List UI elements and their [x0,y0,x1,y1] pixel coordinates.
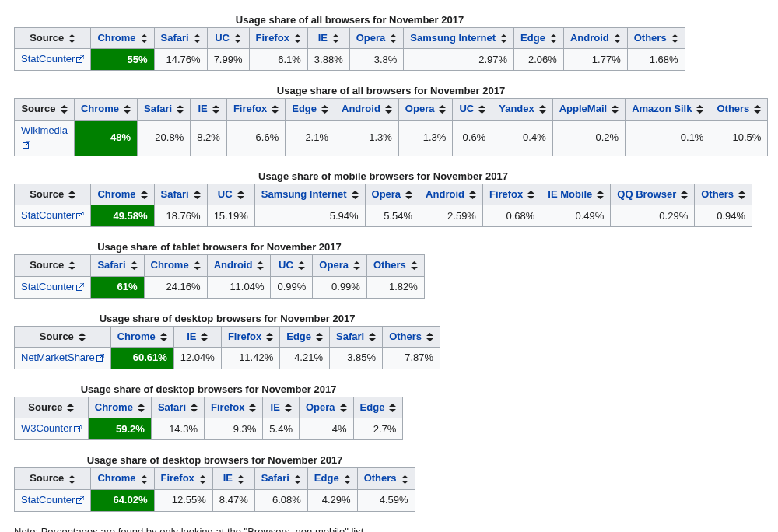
col-link[interactable]: Others [389,331,422,342]
col-header[interactable]: Others [383,326,440,347]
col-header[interactable]: Amazon Silk [626,99,710,120]
col-link[interactable]: Firefox [211,401,244,413]
col-header[interactable]: Opera [349,28,404,49]
col-header[interactable]: UC [207,184,254,205]
sort-icon[interactable] [401,475,408,484]
col-link[interactable]: Chrome [97,32,135,44]
source-link[interactable]: StatCounter [21,53,75,65]
col-link[interactable]: Others [364,472,397,484]
sort-icon[interactable] [352,191,359,199]
source-link[interactable]: W3Counter [21,422,72,434]
sort-icon[interactable] [426,333,433,341]
col-link[interactable]: Edge [292,103,317,114]
sort-icon[interactable] [234,34,241,43]
col-source[interactable]: Source [15,468,91,489]
col-header[interactable]: Chrome [91,184,154,205]
sort-icon[interactable] [500,34,507,43]
col-header[interactable]: QQ Browser [611,184,695,205]
sort-icon[interactable] [61,105,68,114]
sort-icon[interactable] [266,333,273,341]
col-link[interactable]: Chrome [97,472,135,484]
col-link[interactable]: Samsung Internet [410,32,496,44]
col-header[interactable]: Safari [330,326,383,347]
col-link[interactable]: Safari [161,188,189,200]
col-link[interactable]: Safari [97,259,125,271]
sort-icon[interactable] [237,475,244,484]
sort-icon[interactable] [321,105,328,114]
col-link[interactable]: Android [570,32,609,44]
sort-icon[interactable] [67,404,74,412]
col-link[interactable]: Others [717,103,749,114]
col-link[interactable]: Android [342,103,380,114]
sort-icon[interactable] [201,333,208,341]
col-header[interactable]: Firefox [482,184,541,205]
col-link[interactable]: Opera [405,103,435,114]
col-link[interactable]: IE Mobile [548,188,592,200]
col-link[interactable]: Firefox [256,32,289,44]
sort-icon[interactable] [141,34,148,43]
col-source[interactable]: Source [15,397,89,418]
col-header[interactable]: Firefox [249,28,307,49]
sort-icon[interactable] [141,475,148,484]
col-header[interactable]: AppleMail [552,99,625,120]
sort-icon[interactable] [138,404,145,412]
sort-icon[interactable] [68,475,75,484]
col-link[interactable]: Chrome [95,401,133,413]
sort-icon[interactable] [68,191,75,199]
col-link[interactable]: Opera [356,32,386,44]
col-source[interactable]: Source [15,184,91,205]
sort-icon[interactable] [68,34,75,43]
col-header[interactable]: Chrome [110,326,173,347]
col-source[interactable]: Source [15,28,91,49]
col-link[interactable]: UC [459,103,474,114]
col-header[interactable]: Samsung Internet [254,184,365,205]
col-source[interactable]: Source [15,255,91,276]
col-link[interactable]: Chrome [81,103,119,114]
col-link[interactable]: Chrome [117,331,156,342]
source-link[interactable]: StatCounter [21,494,75,506]
sort-icon[interactable] [405,191,412,199]
col-link[interactable]: Others [373,259,406,271]
col-header[interactable]: Edge [307,468,357,489]
sort-icon[interactable] [79,333,86,341]
col-header[interactable]: Others [357,468,415,489]
sort-icon[interactable] [696,105,703,114]
sort-icon[interactable] [194,191,201,199]
col-header[interactable]: Yandex [492,99,553,120]
col-header[interactable]: Chrome [144,255,207,276]
sort-icon[interactable] [539,105,546,114]
sort-icon[interactable] [614,34,621,43]
sort-icon[interactable] [249,404,256,412]
sort-icon[interactable] [390,34,397,43]
source-link[interactable]: StatCounter [21,281,75,292]
col-link[interactable]: Firefox [233,103,267,114]
col-link[interactable]: AppleMail [559,103,607,114]
sort-icon[interactable] [194,261,201,270]
col-header[interactable]: Firefox [205,397,263,418]
col-link[interactable]: IE [223,472,233,484]
sort-icon[interactable] [597,191,604,199]
col-link[interactable]: QQ Browser [617,188,676,200]
col-link[interactable]: Safari [158,401,186,413]
sort-icon[interactable] [369,333,376,341]
sort-icon[interactable] [141,191,148,199]
col-link[interactable]: Firefox [161,472,194,484]
col-link[interactable]: Edge [520,32,545,44]
sort-icon[interactable] [550,34,557,43]
sort-icon[interactable] [411,261,418,270]
col-header[interactable]: Edge [286,99,335,120]
source-link[interactable]: StatCounter [21,209,75,221]
sort-icon[interactable] [754,105,761,114]
col-header[interactable]: Safari [151,397,204,418]
col-source[interactable]: Source [15,326,111,347]
col-header[interactable]: Safari [154,184,207,205]
col-source[interactable]: Source [15,99,75,120]
sort-icon[interactable] [681,191,688,199]
col-header[interactable]: Opera [398,99,453,120]
col-header[interactable]: Safari [254,468,307,489]
col-header[interactable]: Samsung Internet [404,28,514,49]
col-header[interactable]: Others [627,28,685,49]
col-header[interactable]: Firefox [154,468,212,489]
sort-icon[interactable] [612,105,619,114]
col-header[interactable]: Firefox [226,99,285,120]
